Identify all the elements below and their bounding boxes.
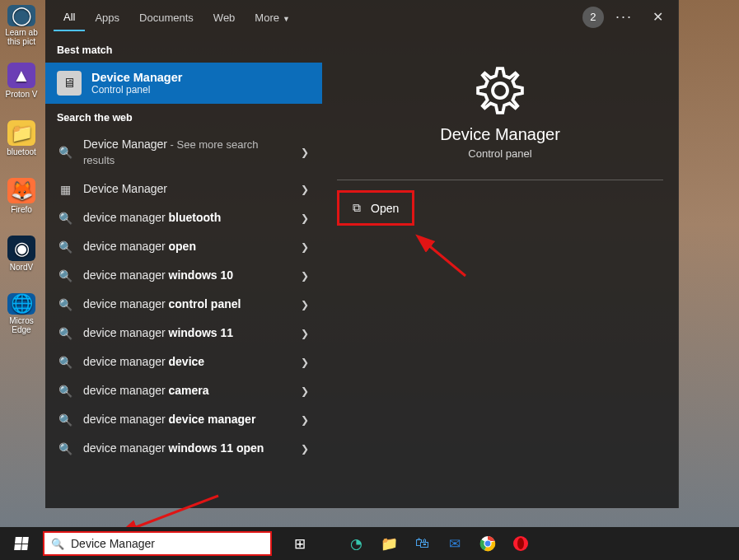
open-action[interactable]: ⧉ Open [337,190,414,226]
desktop-icon-glyph: ▲ [7,63,35,88]
desktop-icon-label: Firefo [11,205,32,214]
result-text: device manager windows 11 [83,325,291,341]
chevron-right-icon: ❯ [301,147,311,158]
windows-logo-icon [14,537,29,550]
tab-more[interactable]: More▼ [245,3,300,30]
result-text: device manager windows 10 [83,268,291,283]
search-query-text: Device Manager [71,537,264,550]
tab-all[interactable]: All [54,2,85,31]
results-column: Best match 🖥 Device Manager Control pane… [45,33,322,508]
tab-web[interactable]: Web [203,3,246,30]
best-match-item[interactable]: 🖥 Device Manager Control panel [45,63,322,104]
open-label: Open [371,202,399,215]
chrome-icon[interactable] [473,527,503,560]
search-result-row[interactable]: 🔍 device manager control panel ❯ [45,290,322,319]
start-button[interactable] [3,527,40,560]
search-result-row[interactable]: 🔍 Device Manager - See more search resul… [45,130,322,175]
result-text: device manager device [83,354,291,370]
search-result-row[interactable]: 🔍 device manager windows 11 ❯ [45,319,322,348]
search-icon: 🔍 [57,327,73,340]
search-result-row[interactable]: 🔍 device manager windows 11 open ❯ [45,434,322,463]
search-result-row[interactable]: 🔍 device manager windows 10 ❯ [45,261,322,290]
file-explorer-icon[interactable]: 📁 [374,527,404,560]
desktop-icon-glyph: 📁 [7,120,35,146]
result-text: device manager control panel [83,296,291,312]
desktop-icon[interactable]: 🦊Firefo [3,178,40,214]
desktop-icon-glyph: 🌐 [7,293,35,315]
best-match-subtitle: Control panel [91,84,182,96]
search-result-row[interactable]: 🔍 device manager device ❯ [45,348,322,376]
app-icon: ▦ [57,183,73,196]
task-view-icon[interactable]: ⊞ [285,527,315,560]
svg-point-0 [493,83,507,98]
desktop-icon-glyph: ◉ [7,236,35,261]
chevron-right-icon: ❯ [301,385,311,397]
preview-title: Device Manager [440,125,560,144]
search-result-row[interactable]: 🔍 device manager device manager ❯ [45,405,322,434]
search-icon: 🔍 [57,146,73,159]
desktop-icon-label: Learn ab this pict [5,28,37,46]
search-web-header: Search the web [45,104,322,130]
search-icon: 🔍 [57,385,73,398]
opera-icon[interactable] [506,527,536,560]
chevron-right-icon: ❯ [301,328,311,339]
search-icon: 🔍 [57,212,73,225]
preview-subtitle: Control panel [468,147,531,160]
search-icon: 🔍 [57,356,73,369]
desktop-icon-label: bluetoot [7,147,36,156]
desktop-icon[interactable]: 📁bluetoot [3,120,40,156]
result-text: Device Manager [83,181,291,197]
search-icon: 🔍 [57,413,73,427]
chevron-right-icon: ❯ [301,357,311,368]
search-icon: 🔍 [57,442,73,455]
desktop-icon-label: Proton V [6,90,38,99]
search-icon: 🔍 [51,538,64,550]
edge-icon[interactable]: ◔ [341,527,371,560]
taskbar: 🔍 Device Manager ⊞ ◔ 📁 🛍 ✉ [0,527,739,560]
search-icon: 🔍 [57,298,73,311]
gear-icon [474,64,526,117]
result-text: device manager bluetooth [83,210,291,226]
store-icon[interactable]: 🛍 [407,527,437,560]
mail-icon[interactable]: ✉ [440,527,470,560]
result-text: Device Manager - See more search results [83,137,291,168]
search-result-row[interactable]: 🔍 device manager camera ❯ [45,376,322,405]
search-tabs: All Apps Documents Web More▼ 2 ··· ✕ [45,0,678,33]
result-text: device manager camera [83,383,291,399]
search-result-row[interactable]: 🔍 device manager bluetooth ❯ [45,203,322,232]
desktop-icon[interactable]: ◯Learn ab this pict [3,5,40,41]
search-icon: 🔍 [57,269,73,282]
desktop-icon-label: Micros Edge [9,316,33,334]
best-match-title: Device Manager [91,71,182,84]
chevron-right-icon: ❯ [301,184,311,195]
desktop-icon-glyph: ◯ [7,5,35,26]
tab-more-label: More [255,12,279,24]
chevron-right-icon: ❯ [301,241,311,253]
svg-point-7 [517,538,524,549]
desktop-icon[interactable]: ▲Proton V [3,63,40,99]
preview-divider [337,180,663,180]
search-icon: 🔍 [57,240,73,254]
best-match-header: Best match [45,36,322,63]
desktop-icon-glyph: 🦊 [7,178,35,203]
chevron-down-icon: ▼ [283,15,290,23]
tab-documents[interactable]: Documents [129,3,203,30]
chevron-right-icon: ❯ [301,299,311,310]
desktop-icon[interactable]: 🌐Micros Edge [3,293,40,329]
tab-apps[interactable]: Apps [85,3,129,30]
desktop-icon-label: NordV [10,263,33,272]
open-icon: ⧉ [353,201,361,215]
desktop-icon[interactable]: ◉NordV [3,236,40,272]
search-result-row[interactable]: ▦ Device Manager ❯ [45,175,322,203]
search-result-row[interactable]: 🔍 device manager open ❯ [45,232,322,261]
chevron-right-icon: ❯ [301,414,311,426]
recent-badge[interactable]: 2 [582,7,604,28]
result-text: device manager open [83,239,291,254]
more-options-icon[interactable]: ··· [610,5,638,29]
taskbar-search-box[interactable]: 🔍 Device Manager [43,531,272,556]
chevron-right-icon: ❯ [301,270,311,282]
device-manager-icon: 🖥 [57,71,82,96]
result-text: device manager windows 11 open [83,441,291,456]
chevron-right-icon: ❯ [301,443,311,455]
close-icon[interactable]: ✕ [644,6,671,28]
